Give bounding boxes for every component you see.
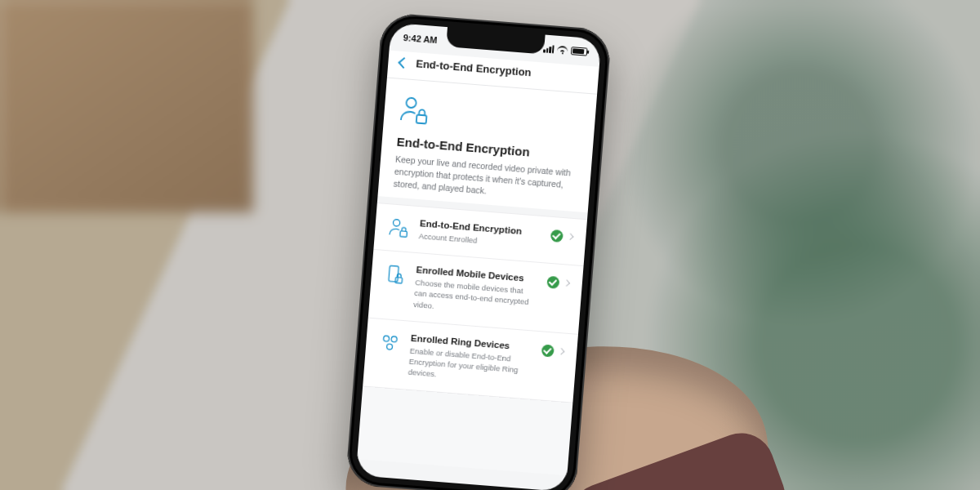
svg-point-8 (386, 344, 392, 350)
photo-background: 9:42 AM End-to-End Encryption (0, 0, 980, 490)
status-icons (543, 44, 588, 56)
svg-rect-5 (395, 277, 403, 283)
phone-body: 9:42 AM End-to-End Encryption (345, 12, 612, 490)
settings-list: End-to-End Encryption Account Enrolled (363, 203, 587, 403)
back-icon[interactable] (398, 57, 409, 69)
status-check-icon (550, 229, 564, 243)
person-lock-icon (398, 94, 581, 139)
hero-section: End-to-End Encryption Keep your live and… (378, 78, 598, 212)
person-lock-icon (388, 216, 411, 239)
svg-point-0 (406, 97, 416, 108)
list-footer-space (357, 385, 572, 475)
svg-rect-1 (416, 115, 427, 124)
phone-screen[interactable]: 9:42 AM End-to-End Encryption (356, 23, 602, 490)
hero-description: Keep your live and recorded video privat… (393, 154, 577, 205)
chevron-right-icon (567, 234, 573, 240)
phone-device: 9:42 AM End-to-End Encryption (345, 12, 612, 490)
chevron-right-icon (564, 280, 570, 287)
phone-lock-icon (384, 262, 407, 286)
svg-rect-3 (400, 230, 408, 236)
status-check-icon (541, 344, 555, 357)
nav-title: End-to-End Encryption (416, 57, 532, 78)
ring-devices-icon (378, 331, 401, 354)
wifi-icon (557, 46, 568, 55)
chevron-right-icon (558, 348, 564, 354)
battery-icon (571, 47, 588, 56)
svg-point-7 (391, 336, 397, 342)
svg-point-2 (393, 219, 400, 226)
status-time: 9:42 AM (403, 33, 438, 45)
row-subtitle: Choose the mobile devices that can acces… (413, 277, 537, 318)
row-subtitle: Enable or disable End-to-End Encryption … (408, 345, 532, 387)
svg-point-6 (383, 336, 389, 341)
status-check-icon (546, 276, 559, 289)
cellular-icon (543, 44, 555, 53)
svg-rect-4 (389, 265, 399, 282)
